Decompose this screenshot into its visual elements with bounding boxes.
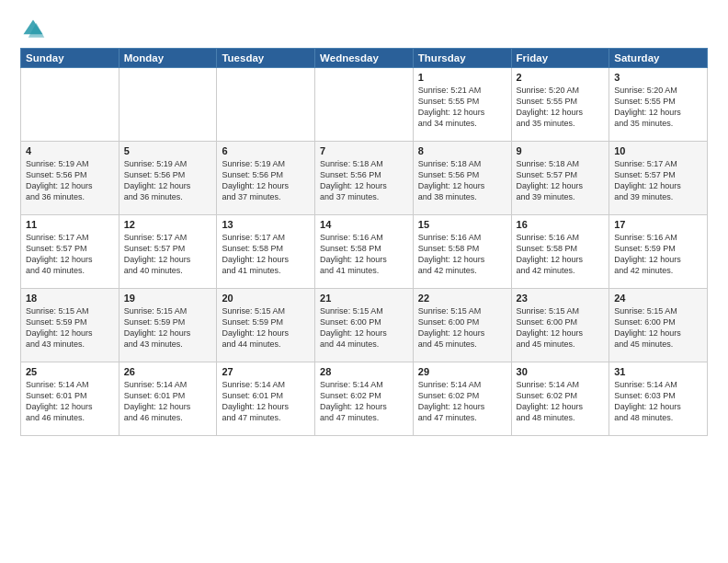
day-number: 26 xyxy=(124,366,212,377)
day-cell: 29Sunrise: 5:14 AM Sunset: 6:02 PM Dayli… xyxy=(413,362,511,436)
day-number: 12 xyxy=(124,219,212,230)
day-number: 22 xyxy=(418,293,506,304)
day-number: 19 xyxy=(124,293,212,304)
cell-info: Sunrise: 5:17 AM Sunset: 5:57 PM Dayligh… xyxy=(124,232,212,277)
day-number: 9 xyxy=(517,145,605,156)
cell-info: Sunrise: 5:15 AM Sunset: 5:59 PM Dayligh… xyxy=(124,305,212,350)
day-cell: 12Sunrise: 5:17 AM Sunset: 5:57 PM Dayli… xyxy=(119,215,217,289)
col-header-thursday: Thursday xyxy=(413,49,511,68)
col-header-monday: Monday xyxy=(119,49,217,68)
week-row-5: 25Sunrise: 5:14 AM Sunset: 6:01 PM Dayli… xyxy=(21,362,708,436)
cell-info: Sunrise: 5:21 AM Sunset: 5:55 PM Dayligh… xyxy=(418,85,506,130)
day-number: 4 xyxy=(26,145,114,156)
day-cell: 7Sunrise: 5:18 AM Sunset: 5:56 PM Daylig… xyxy=(315,142,414,215)
col-header-friday: Friday xyxy=(511,49,609,68)
day-number: 11 xyxy=(26,219,114,230)
day-cell: 30Sunrise: 5:14 AM Sunset: 6:02 PM Dayli… xyxy=(511,362,609,436)
cell-info: Sunrise: 5:18 AM Sunset: 5:57 PM Dayligh… xyxy=(517,158,605,203)
cell-info: Sunrise: 5:16 AM Sunset: 5:58 PM Dayligh… xyxy=(320,232,408,277)
day-number: 30 xyxy=(517,366,605,377)
day-number: 29 xyxy=(418,366,506,377)
cell-info: Sunrise: 5:19 AM Sunset: 5:56 PM Dayligh… xyxy=(26,158,114,203)
day-cell: 22Sunrise: 5:15 AM Sunset: 6:00 PM Dayli… xyxy=(413,289,511,362)
day-cell: 31Sunrise: 5:14 AM Sunset: 6:03 PM Dayli… xyxy=(609,362,708,436)
day-number: 2 xyxy=(517,72,605,83)
day-cell: 26Sunrise: 5:14 AM Sunset: 6:01 PM Dayli… xyxy=(119,362,217,436)
day-cell: 20Sunrise: 5:15 AM Sunset: 5:59 PM Dayli… xyxy=(217,289,315,362)
day-cell: 9Sunrise: 5:18 AM Sunset: 5:57 PM Daylig… xyxy=(511,142,609,215)
col-header-tuesday: Tuesday xyxy=(217,49,315,68)
day-number: 15 xyxy=(418,219,506,230)
day-cell: 15Sunrise: 5:16 AM Sunset: 5:58 PM Dayli… xyxy=(413,215,511,289)
page: SundayMondayTuesdayWednesdayThursdayFrid… xyxy=(0,0,728,563)
cell-info: Sunrise: 5:18 AM Sunset: 5:56 PM Dayligh… xyxy=(418,158,506,203)
day-number: 16 xyxy=(517,219,605,230)
day-number: 3 xyxy=(614,72,702,83)
cell-info: Sunrise: 5:17 AM Sunset: 5:58 PM Dayligh… xyxy=(222,232,310,277)
day-cell xyxy=(217,68,315,142)
cell-info: Sunrise: 5:14 AM Sunset: 6:01 PM Dayligh… xyxy=(26,379,114,424)
cell-info: Sunrise: 5:16 AM Sunset: 5:58 PM Dayligh… xyxy=(418,232,506,277)
day-number: 7 xyxy=(320,145,408,156)
day-cell: 13Sunrise: 5:17 AM Sunset: 5:58 PM Dayli… xyxy=(217,215,315,289)
cell-info: Sunrise: 5:15 AM Sunset: 6:00 PM Dayligh… xyxy=(614,305,702,350)
day-cell: 25Sunrise: 5:14 AM Sunset: 6:01 PM Dayli… xyxy=(21,362,119,436)
day-cell: 8Sunrise: 5:18 AM Sunset: 5:56 PM Daylig… xyxy=(413,142,511,215)
day-number: 14 xyxy=(320,219,408,230)
logo-icon xyxy=(20,17,46,42)
day-cell: 17Sunrise: 5:16 AM Sunset: 5:59 PM Dayli… xyxy=(609,215,708,289)
cell-info: Sunrise: 5:16 AM Sunset: 5:59 PM Dayligh… xyxy=(614,232,702,277)
cell-info: Sunrise: 5:14 AM Sunset: 6:03 PM Dayligh… xyxy=(614,379,702,424)
day-cell: 3Sunrise: 5:20 AM Sunset: 5:55 PM Daylig… xyxy=(609,68,708,142)
cell-info: Sunrise: 5:19 AM Sunset: 5:56 PM Dayligh… xyxy=(222,158,310,203)
day-number: 31 xyxy=(614,366,702,377)
day-cell: 19Sunrise: 5:15 AM Sunset: 5:59 PM Dayli… xyxy=(119,289,217,362)
cell-info: Sunrise: 5:18 AM Sunset: 5:56 PM Dayligh… xyxy=(320,158,408,203)
day-number: 27 xyxy=(222,366,310,377)
day-cell: 10Sunrise: 5:17 AM Sunset: 5:57 PM Dayli… xyxy=(609,142,708,215)
cell-info: Sunrise: 5:15 AM Sunset: 6:00 PM Dayligh… xyxy=(517,305,605,350)
cell-info: Sunrise: 5:14 AM Sunset: 6:01 PM Dayligh… xyxy=(222,379,310,424)
day-number: 25 xyxy=(26,366,114,377)
day-number: 18 xyxy=(26,293,114,304)
day-number: 17 xyxy=(614,219,702,230)
day-number: 8 xyxy=(418,145,506,156)
day-cell: 2Sunrise: 5:20 AM Sunset: 5:55 PM Daylig… xyxy=(511,68,609,142)
cell-info: Sunrise: 5:14 AM Sunset: 6:01 PM Dayligh… xyxy=(124,379,212,424)
cell-info: Sunrise: 5:14 AM Sunset: 6:02 PM Dayligh… xyxy=(517,379,605,424)
day-cell: 18Sunrise: 5:15 AM Sunset: 5:59 PM Dayli… xyxy=(21,289,119,362)
day-cell: 4Sunrise: 5:19 AM Sunset: 5:56 PM Daylig… xyxy=(21,142,119,215)
day-cell: 27Sunrise: 5:14 AM Sunset: 6:01 PM Dayli… xyxy=(217,362,315,436)
day-cell: 11Sunrise: 5:17 AM Sunset: 5:57 PM Dayli… xyxy=(21,215,119,289)
day-cell xyxy=(315,68,414,142)
cell-info: Sunrise: 5:17 AM Sunset: 5:57 PM Dayligh… xyxy=(614,158,702,203)
col-header-saturday: Saturday xyxy=(609,49,708,68)
day-number: 24 xyxy=(614,293,702,304)
day-number: 6 xyxy=(222,145,310,156)
day-cell xyxy=(119,68,217,142)
day-number: 13 xyxy=(222,219,310,230)
day-cell: 23Sunrise: 5:15 AM Sunset: 6:00 PM Dayli… xyxy=(511,289,609,362)
cell-info: Sunrise: 5:20 AM Sunset: 5:55 PM Dayligh… xyxy=(517,85,605,130)
cell-info: Sunrise: 5:14 AM Sunset: 6:02 PM Dayligh… xyxy=(320,379,408,424)
day-number: 21 xyxy=(320,293,408,304)
cell-info: Sunrise: 5:15 AM Sunset: 6:00 PM Dayligh… xyxy=(320,305,408,350)
logo xyxy=(20,17,50,42)
cell-info: Sunrise: 5:15 AM Sunset: 5:59 PM Dayligh… xyxy=(26,305,114,350)
day-number: 20 xyxy=(222,293,310,304)
cell-info: Sunrise: 5:17 AM Sunset: 5:57 PM Dayligh… xyxy=(26,232,114,277)
week-row-4: 18Sunrise: 5:15 AM Sunset: 5:59 PM Dayli… xyxy=(21,289,708,362)
day-cell: 6Sunrise: 5:19 AM Sunset: 5:56 PM Daylig… xyxy=(217,142,315,215)
col-header-wednesday: Wednesday xyxy=(315,49,414,68)
week-row-1: 1Sunrise: 5:21 AM Sunset: 5:55 PM Daylig… xyxy=(21,68,708,142)
week-row-3: 11Sunrise: 5:17 AM Sunset: 5:57 PM Dayli… xyxy=(21,215,708,289)
day-cell: 14Sunrise: 5:16 AM Sunset: 5:58 PM Dayli… xyxy=(315,215,414,289)
day-number: 5 xyxy=(124,145,212,156)
cell-info: Sunrise: 5:15 AM Sunset: 5:59 PM Dayligh… xyxy=(222,305,310,350)
cell-info: Sunrise: 5:14 AM Sunset: 6:02 PM Dayligh… xyxy=(418,379,506,424)
calendar-table: SundayMondayTuesdayWednesdayThursdayFrid… xyxy=(20,48,708,436)
day-number: 10 xyxy=(614,145,702,156)
cell-info: Sunrise: 5:16 AM Sunset: 5:58 PM Dayligh… xyxy=(517,232,605,277)
header-row: SundayMondayTuesdayWednesdayThursdayFrid… xyxy=(21,49,708,68)
day-number: 1 xyxy=(418,72,506,83)
